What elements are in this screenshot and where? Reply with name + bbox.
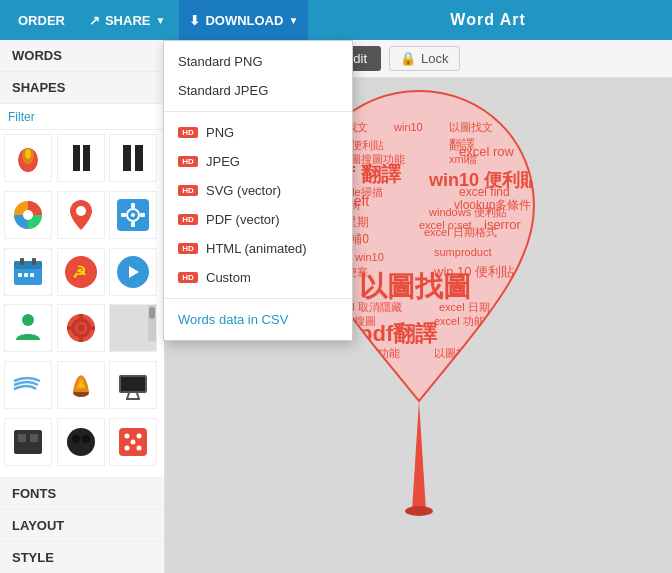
hd-html-label: HTML (animated) [206, 241, 307, 256]
dropdown-item-csv[interactable]: Words data in CSV [164, 305, 352, 334]
svg-rect-21 [18, 273, 22, 277]
svg-text:excel 日期: excel 日期 [439, 301, 490, 313]
icon-cell-dark2[interactable] [57, 418, 105, 466]
svg-point-48 [82, 435, 90, 443]
svg-rect-22 [24, 273, 28, 277]
svg-rect-18 [14, 261, 42, 269]
sidebar-item-shapes[interactable]: SHAPES [0, 72, 164, 104]
dropdown-section-hd: HD PNG HD JPEG HD SVG (vector) HD PDF (v… [164, 112, 352, 299]
icon-cell-fire[interactable] [4, 134, 52, 182]
dropdown-item-standard-jpeg[interactable]: Standard JPEG [164, 76, 352, 105]
svg-rect-19 [20, 258, 24, 265]
svg-rect-39 [121, 377, 145, 391]
icon-cell-blue-circle[interactable] [109, 248, 157, 296]
order-label: ORDER [18, 13, 65, 28]
icon-cell-calendar[interactable] [4, 248, 52, 296]
download-button[interactable]: ⬇ DOWNLOAD ▼ [179, 0, 308, 40]
svg-rect-31 [79, 314, 83, 319]
icon-cell-dice[interactable] [109, 418, 157, 466]
icon-cell-silhouette1[interactable] [57, 134, 105, 182]
svg-rect-16 [140, 213, 145, 217]
icon-cell-gear-red[interactable] [57, 304, 105, 352]
dropdown-item-hd-pdf[interactable]: HD PDF (vector) [164, 205, 352, 234]
svg-point-8 [23, 210, 33, 220]
dropdown-item-hd-png[interactable]: HD PNG [164, 118, 352, 147]
filter-label[interactable]: Filter [8, 110, 35, 124]
dropdown-section-csv: Words data in CSV [164, 299, 352, 340]
icon-cell-silhouette2[interactable] [109, 134, 157, 182]
icon-cell-colorwheel[interactable] [4, 191, 52, 239]
svg-rect-34 [90, 326, 95, 330]
sidebar-content: Filter [0, 104, 164, 477]
hd-badge: HD [178, 185, 198, 196]
dropdown-item-hd-jpeg[interactable]: HD JPEG [164, 147, 352, 176]
svg-text:win10: win10 [393, 121, 423, 133]
svg-rect-3 [73, 145, 80, 171]
dropdown-section-standard: Standard PNG Standard JPEG [164, 41, 352, 112]
sidebar-item-layout[interactable]: LAYOUT [0, 509, 164, 541]
svg-text:以圖找文: 以圖找文 [449, 121, 493, 133]
dropdown-item-hd-html[interactable]: HD HTML (animated) [164, 234, 352, 263]
icon-cell-settings-blue[interactable] [109, 191, 157, 239]
svg-point-52 [125, 446, 130, 451]
share-icon: ↗ [89, 13, 100, 28]
dropdown-item-hd-svg[interactable]: HD SVG (vector) [164, 176, 352, 205]
icon-cell-dark1[interactable] [4, 418, 52, 466]
hd-svg-label: SVG (vector) [206, 183, 281, 198]
icon-cell-explosion[interactable] [57, 361, 105, 409]
svg-rect-4 [83, 145, 90, 171]
lock-icon: 🔒 [400, 51, 416, 66]
svg-point-51 [137, 434, 142, 439]
sidebar-item-words[interactable]: WORDS [0, 40, 164, 72]
hd-badge: HD [178, 243, 198, 254]
sidebar-item-style[interactable]: STYLE [0, 541, 164, 573]
svg-text:翻譯: 翻譯 [449, 137, 475, 152]
svg-point-46 [67, 428, 95, 456]
filter-bar: Filter [0, 104, 164, 130]
svg-point-30 [77, 324, 85, 332]
toolbar: ORDER ↗ SHARE ▼ ⬇ DOWNLOAD ▼ Word Art [0, 0, 672, 40]
hd-pdf-label: PDF (vector) [206, 212, 280, 227]
dropdown-item-hd-custom[interactable]: HD Custom [164, 263, 352, 292]
svg-text:excel 日期: excel 日期 [334, 363, 385, 375]
svg-text:sumproduct: sumproduct [434, 246, 491, 258]
icon-grid: ☭ [0, 130, 164, 477]
svg-rect-15 [121, 213, 126, 217]
svg-rect-36 [149, 307, 155, 319]
icon-cell-person[interactable] [4, 304, 52, 352]
icon-cell-tv[interactable] [109, 361, 157, 409]
svg-rect-14 [131, 222, 135, 227]
svg-text:以圖搜索功能: 以圖搜索功能 [334, 347, 400, 359]
hd-custom-label: Custom [206, 270, 251, 285]
sidebar-item-fonts[interactable]: FONTS [0, 477, 164, 509]
icon-cell-wind[interactable] [4, 361, 52, 409]
share-chevron-icon: ▼ [155, 15, 165, 26]
hd-badge: HD [178, 214, 198, 225]
svg-text:hotmail標: hotmail標 [439, 379, 485, 391]
dropdown-item-standard-png[interactable]: Standard PNG [164, 47, 352, 76]
sidebar-nav: WORDS SHAPES [0, 40, 164, 104]
hd-badge: HD [178, 272, 198, 283]
svg-text:o:set excel: o:set excel [344, 379, 397, 391]
lock-button[interactable]: 🔒 Lock [389, 46, 459, 71]
svg-text:excel 功能: excel 功能 [434, 315, 485, 327]
hd-badge: HD [178, 156, 198, 167]
share-label: SHARE [105, 13, 151, 28]
hd-png-label: PNG [206, 125, 234, 140]
csv-label: Words data in CSV [178, 312, 288, 327]
share-button[interactable]: ↗ SHARE ▼ [79, 0, 175, 40]
icon-cell-scroll[interactable] [109, 304, 157, 352]
svg-point-91 [405, 506, 433, 516]
svg-point-54 [131, 440, 136, 445]
svg-point-27 [22, 314, 34, 326]
icon-cell-hammer-sickle[interactable]: ☭ [57, 248, 105, 296]
hd-badge: HD [178, 127, 198, 138]
svg-rect-5 [123, 145, 131, 171]
svg-point-9 [76, 206, 86, 216]
svg-text:excel find: excel find [459, 185, 510, 199]
order-button[interactable]: ORDER [8, 0, 75, 40]
svg-rect-32 [79, 337, 83, 342]
svg-rect-6 [135, 145, 143, 171]
icon-cell-location-pin[interactable] [57, 191, 105, 239]
svg-text:excel o:set: excel o:set [419, 219, 472, 231]
